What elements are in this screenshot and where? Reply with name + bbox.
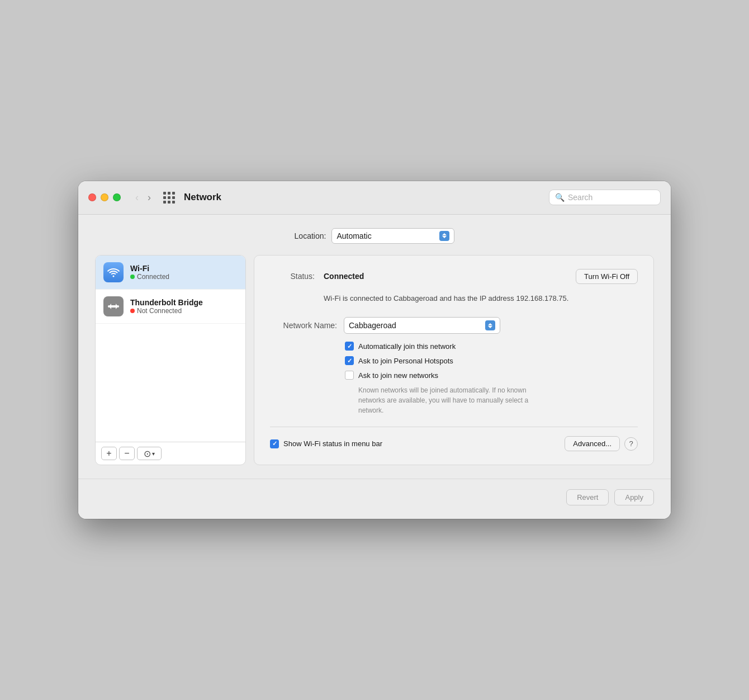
grid-dot <box>172 201 175 204</box>
location-chevron-icon <box>439 231 449 241</box>
chevron-down-icon: ▾ <box>152 451 155 457</box>
search-bar[interactable]: 🔍 <box>549 190 661 205</box>
helper-text: Known networks will be joined automatica… <box>358 385 537 415</box>
window-footer: Revert Apply <box>78 479 671 519</box>
personal-hotspot-checkbox[interactable] <box>345 356 354 365</box>
back-button[interactable]: ‹ <box>132 191 142 205</box>
add-network-button[interactable]: + <box>101 447 117 460</box>
revert-button[interactable]: Revert <box>566 489 609 505</box>
location-label: Location: <box>295 231 326 240</box>
sidebar-item-wifi[interactable]: Wi-Fi Connected <box>96 256 245 290</box>
apps-grid-icon[interactable] <box>163 192 175 204</box>
network-list: Wi-Fi Connected <box>96 256 245 442</box>
status-row: Status: Connected Turn Wi-Fi Off <box>270 269 638 284</box>
new-networks-label: Ask to join new networks <box>358 371 438 380</box>
wifi-svg <box>107 267 120 277</box>
nav-buttons: ‹ › <box>132 191 154 205</box>
content-area: Location: Automatic <box>78 215 671 479</box>
personal-hotspot-label: Ask to join Personal Hotspots <box>358 357 453 365</box>
remove-network-button[interactable]: − <box>119 447 135 460</box>
personal-hotspot-row: Ask to join Personal Hotspots <box>345 356 638 365</box>
thunderbolt-icon <box>103 296 124 316</box>
wifi-network-info: Wi-Fi Connected <box>130 264 169 281</box>
grid-dot <box>172 196 175 199</box>
new-networks-checkbox[interactable] <box>345 371 354 380</box>
network-name-select[interactable]: Cabbageroad <box>344 317 500 334</box>
show-wifi-checkbox[interactable] <box>270 439 279 448</box>
main-window: ‹ › Network 🔍 Location: Automatic <box>78 181 671 519</box>
thunderbolt-network-info: Thunderbolt Bridge Not Connected <box>130 298 203 315</box>
auto-join-row: Automatically join this network <box>345 342 638 351</box>
svg-point-0 <box>108 305 110 308</box>
wifi-status-dot <box>130 275 135 279</box>
new-networks-row: Ask to join new networks <box>345 371 638 380</box>
advanced-button[interactable]: Advanced... <box>565 436 620 451</box>
sidebar-footer: + − ⊙ ▾ <box>96 442 245 465</box>
action-icon: ⊙ <box>144 448 151 459</box>
location-value: Automatic <box>336 231 371 240</box>
location-select[interactable]: Automatic <box>331 228 454 244</box>
wifi-status-text: Connected <box>137 273 169 281</box>
grid-dot <box>163 192 166 195</box>
network-name-label: Network Name: <box>270 321 337 330</box>
traffic-lights <box>88 193 121 201</box>
grid-dot <box>172 192 175 195</box>
detail-footer: Show Wi-Fi status in menu bar Advanced..… <box>270 427 638 451</box>
grid-dot <box>168 196 170 199</box>
forward-button[interactable]: › <box>144 191 154 205</box>
svg-point-1 <box>117 305 119 308</box>
footer-right: Advanced... ? <box>565 436 638 451</box>
status-value: Connected <box>324 272 364 281</box>
bridge-svg <box>107 301 120 311</box>
detail-body: Status: Connected Turn Wi-Fi Off Wi-Fi i… <box>270 269 638 416</box>
status-description: Wi-Fi is connected to Cabbageroad and ha… <box>324 293 638 304</box>
show-wifi-label: Show Wi-Fi status in menu bar <box>283 439 382 448</box>
network-action-menu-button[interactable]: ⊙ ▾ <box>137 447 162 460</box>
turn-wifi-button[interactable]: Turn Wi-Fi Off <box>576 269 638 284</box>
close-button[interactable] <box>88 193 96 201</box>
grid-dot <box>168 201 170 204</box>
network-name-value: Cabbageroad <box>349 321 396 330</box>
auto-join-checkbox[interactable] <box>345 342 354 351</box>
auto-join-label: Automatically join this network <box>358 342 456 351</box>
network-name-chevron-icon <box>485 320 495 330</box>
grid-dot <box>163 196 166 199</box>
detail-panel: Status: Connected Turn Wi-Fi Off Wi-Fi i… <box>254 255 654 466</box>
help-button[interactable]: ? <box>624 437 638 451</box>
thunderbolt-network-status: Not Connected <box>130 307 203 315</box>
main-layout: Wi-Fi Connected <box>95 255 654 466</box>
wifi-network-name: Wi-Fi <box>130 264 169 273</box>
wifi-network-status: Connected <box>130 273 169 281</box>
grid-dot <box>168 192 170 195</box>
maximize-button[interactable] <box>113 193 121 201</box>
thunderbolt-status-dot <box>130 309 135 313</box>
thunderbolt-status-text: Not Connected <box>137 307 182 315</box>
minimize-button[interactable] <box>101 193 108 201</box>
apply-button[interactable]: Apply <box>614 489 654 505</box>
status-label: Status: <box>270 272 315 281</box>
search-icon: 🔍 <box>555 193 565 202</box>
search-input[interactable] <box>568 193 655 202</box>
thunderbolt-network-name: Thunderbolt Bridge <box>130 298 203 307</box>
location-row: Location: Automatic <box>95 228 654 244</box>
page-title: Network <box>184 192 542 203</box>
sidebar: Wi-Fi Connected <box>95 255 246 466</box>
grid-dot <box>163 201 166 204</box>
wifi-icon <box>103 262 124 282</box>
titlebar: ‹ › Network 🔍 <box>78 181 671 215</box>
network-name-row: Network Name: Cabbageroad <box>270 317 638 334</box>
sidebar-item-thunderbolt[interactable]: Thunderbolt Bridge Not Connected <box>96 290 245 324</box>
footer-left: Show Wi-Fi status in menu bar <box>270 439 382 448</box>
